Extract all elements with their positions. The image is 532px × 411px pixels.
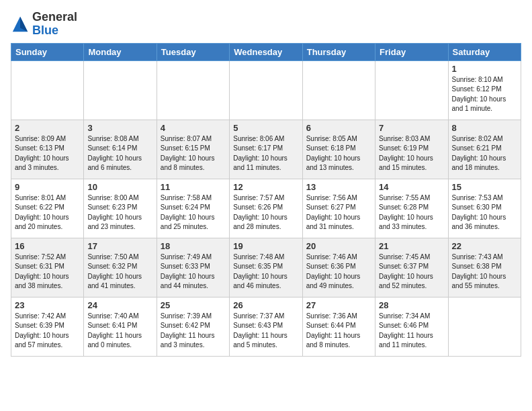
day-info: Sunrise: 7:50 AM Sunset: 6:32 PM Dayligh…	[87, 253, 152, 291]
calendar-cell: 13Sunrise: 7:56 AM Sunset: 6:27 PM Dayli…	[302, 179, 375, 238]
day-number: 6	[306, 123, 371, 133]
calendar-cell: 3Sunrise: 8:08 AM Sunset: 6:14 PM Daylig…	[84, 120, 157, 179]
day-info: Sunrise: 7:52 AM Sunset: 6:31 PM Dayligh…	[15, 253, 80, 291]
logo-text: General Blue	[32, 11, 77, 38]
day-number: 2	[15, 123, 80, 133]
day-number: 25	[161, 300, 226, 310]
day-number: 10	[87, 182, 152, 192]
calendar-cell: 19Sunrise: 7:48 AM Sunset: 6:35 PM Dayli…	[230, 238, 302, 297]
calendar-cell: 1Sunrise: 8:10 AM Sunset: 6:12 PM Daylig…	[448, 60, 521, 120]
day-number: 16	[15, 241, 80, 251]
day-number: 19	[233, 241, 298, 251]
day-info: Sunrise: 7:56 AM Sunset: 6:27 PM Dayligh…	[306, 193, 371, 232]
day-info: Sunrise: 7:46 AM Sunset: 6:36 PM Dayligh…	[306, 253, 371, 291]
day-number: 14	[379, 182, 444, 192]
weekday-header-thursday: Thursday	[302, 43, 375, 60]
calendar-cell: 21Sunrise: 7:45 AM Sunset: 6:37 PM Dayli…	[375, 238, 448, 297]
day-number: 26	[233, 300, 298, 310]
calendar-cell: 23Sunrise: 7:42 AM Sunset: 6:39 PM Dayli…	[11, 297, 84, 356]
day-info: Sunrise: 8:10 AM Sunset: 6:12 PM Dayligh…	[452, 75, 517, 114]
weekday-header-monday: Monday	[84, 43, 157, 60]
day-info: Sunrise: 7:34 AM Sunset: 6:46 PM Dayligh…	[379, 312, 444, 351]
calendar-cell: 9Sunrise: 8:01 AM Sunset: 6:22 PM Daylig…	[11, 179, 84, 238]
day-info: Sunrise: 8:02 AM Sunset: 6:21 PM Dayligh…	[452, 134, 517, 173]
day-info: Sunrise: 8:05 AM Sunset: 6:18 PM Dayligh…	[306, 134, 371, 173]
day-info: Sunrise: 8:01 AM Sunset: 6:22 PM Dayligh…	[15, 193, 80, 232]
day-number: 1	[452, 64, 517, 74]
calendar-cell: 27Sunrise: 7:36 AM Sunset: 6:44 PM Dayli…	[302, 297, 375, 356]
day-info: Sunrise: 8:08 AM Sunset: 6:14 PM Dayligh…	[87, 134, 152, 173]
calendar-cell	[230, 60, 302, 120]
calendar-cell: 12Sunrise: 7:57 AM Sunset: 6:26 PM Dayli…	[230, 179, 302, 238]
day-number: 28	[379, 300, 444, 310]
day-info: Sunrise: 8:00 AM Sunset: 6:23 PM Dayligh…	[87, 193, 152, 232]
calendar-cell: 5Sunrise: 8:06 AM Sunset: 6:17 PM Daylig…	[230, 120, 302, 179]
weekday-header-saturday: Saturday	[448, 43, 521, 60]
weekday-header-sunday: Sunday	[11, 43, 84, 60]
day-number: 17	[87, 241, 152, 251]
calendar-cell: 25Sunrise: 7:39 AM Sunset: 6:42 PM Dayli…	[157, 297, 229, 356]
day-info: Sunrise: 7:37 AM Sunset: 6:43 PM Dayligh…	[233, 312, 298, 351]
day-number: 20	[306, 241, 371, 251]
weekday-header-friday: Friday	[375, 43, 448, 60]
calendar-cell: 10Sunrise: 8:00 AM Sunset: 6:23 PM Dayli…	[84, 179, 157, 238]
calendar-cell	[302, 60, 375, 120]
day-info: Sunrise: 7:36 AM Sunset: 6:44 PM Dayligh…	[306, 312, 371, 351]
day-info: Sunrise: 7:48 AM Sunset: 6:35 PM Dayligh…	[233, 253, 298, 291]
calendar-cell: 15Sunrise: 7:53 AM Sunset: 6:30 PM Dayli…	[448, 179, 521, 238]
day-info: Sunrise: 7:39 AM Sunset: 6:42 PM Dayligh…	[161, 312, 226, 351]
day-info: Sunrise: 7:55 AM Sunset: 6:28 PM Dayligh…	[379, 193, 444, 232]
calendar-cell	[11, 60, 84, 120]
day-number: 4	[161, 123, 226, 133]
day-info: Sunrise: 8:07 AM Sunset: 6:15 PM Dayligh…	[161, 134, 226, 173]
day-number: 23	[15, 300, 80, 310]
day-number: 7	[379, 123, 444, 133]
day-info: Sunrise: 7:53 AM Sunset: 6:30 PM Dayligh…	[452, 193, 517, 232]
day-info: Sunrise: 7:45 AM Sunset: 6:37 PM Dayligh…	[379, 253, 444, 291]
calendar-cell: 16Sunrise: 7:52 AM Sunset: 6:31 PM Dayli…	[11, 238, 84, 297]
logo-icon	[11, 15, 30, 34]
calendar-cell: 22Sunrise: 7:43 AM Sunset: 6:38 PM Dayli…	[448, 238, 521, 297]
day-number: 22	[452, 241, 517, 251]
calendar-cell: 11Sunrise: 7:58 AM Sunset: 6:24 PM Dayli…	[157, 179, 229, 238]
calendar-table: SundayMondayTuesdayWednesdayThursdayFrid…	[11, 43, 521, 357]
day-info: Sunrise: 7:42 AM Sunset: 6:39 PM Dayligh…	[15, 312, 80, 351]
calendar-cell: 28Sunrise: 7:34 AM Sunset: 6:46 PM Dayli…	[375, 297, 448, 356]
calendar-cell: 6Sunrise: 8:05 AM Sunset: 6:18 PM Daylig…	[302, 120, 375, 179]
calendar-cell	[375, 60, 448, 120]
calendar-cell: 2Sunrise: 8:09 AM Sunset: 6:13 PM Daylig…	[11, 120, 84, 179]
day-info: Sunrise: 8:03 AM Sunset: 6:19 PM Dayligh…	[379, 134, 444, 173]
calendar-cell: 24Sunrise: 7:40 AM Sunset: 6:41 PM Dayli…	[84, 297, 157, 356]
calendar-cell: 7Sunrise: 8:03 AM Sunset: 6:19 PM Daylig…	[375, 120, 448, 179]
calendar-cell: 18Sunrise: 7:49 AM Sunset: 6:33 PM Dayli…	[157, 238, 229, 297]
logo: General Blue	[11, 11, 77, 38]
day-number: 8	[452, 123, 517, 133]
day-info: Sunrise: 7:40 AM Sunset: 6:41 PM Dayligh…	[87, 312, 152, 351]
day-number: 15	[452, 182, 517, 192]
day-info: Sunrise: 8:09 AM Sunset: 6:13 PM Dayligh…	[15, 134, 80, 173]
calendar-cell: 17Sunrise: 7:50 AM Sunset: 6:32 PM Dayli…	[84, 238, 157, 297]
weekday-header-wednesday: Wednesday	[230, 43, 302, 60]
day-info: Sunrise: 7:49 AM Sunset: 6:33 PM Dayligh…	[161, 253, 226, 291]
calendar-cell: 8Sunrise: 8:02 AM Sunset: 6:21 PM Daylig…	[448, 120, 521, 179]
calendar-cell: 20Sunrise: 7:46 AM Sunset: 6:36 PM Dayli…	[302, 238, 375, 297]
day-number: 21	[379, 241, 444, 251]
day-info: Sunrise: 7:57 AM Sunset: 6:26 PM Dayligh…	[233, 193, 298, 232]
calendar-cell	[448, 297, 521, 356]
day-info: Sunrise: 7:43 AM Sunset: 6:38 PM Dayligh…	[452, 253, 517, 291]
day-number: 24	[87, 300, 152, 310]
day-number: 27	[306, 300, 371, 310]
calendar-cell: 4Sunrise: 8:07 AM Sunset: 6:15 PM Daylig…	[157, 120, 229, 179]
page-header: General Blue	[11, 11, 521, 38]
day-info: Sunrise: 8:06 AM Sunset: 6:17 PM Dayligh…	[233, 134, 298, 173]
day-number: 13	[306, 182, 371, 192]
weekday-header-tuesday: Tuesday	[157, 43, 229, 60]
calendar-cell: 14Sunrise: 7:55 AM Sunset: 6:28 PM Dayli…	[375, 179, 448, 238]
calendar-cell	[157, 60, 229, 120]
day-number: 5	[233, 123, 298, 133]
day-info: Sunrise: 7:58 AM Sunset: 6:24 PM Dayligh…	[161, 193, 226, 232]
day-number: 18	[161, 241, 226, 251]
day-number: 9	[15, 182, 80, 192]
calendar-cell: 26Sunrise: 7:37 AM Sunset: 6:43 PM Dayli…	[230, 297, 302, 356]
day-number: 11	[161, 182, 226, 192]
